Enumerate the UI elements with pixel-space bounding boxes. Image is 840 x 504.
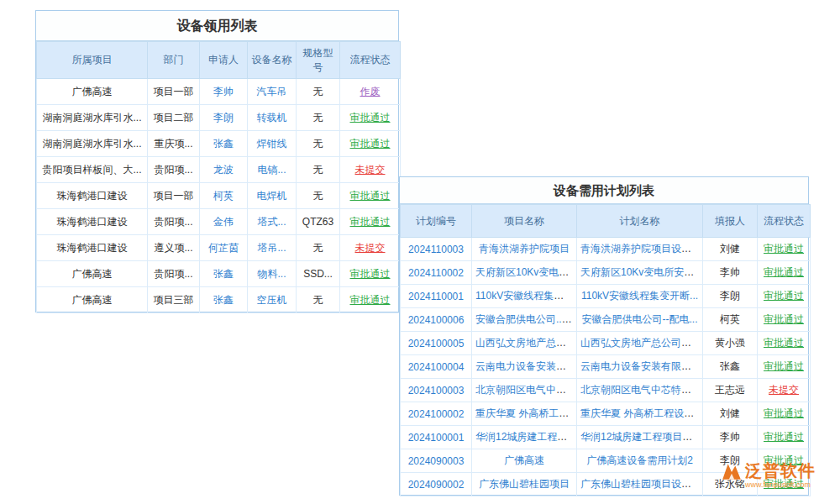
plan_name-cell[interactable]: 110kV安徽线程集变开断... — [577, 285, 703, 308]
plan_no-cell[interactable]: 2024090002 — [401, 473, 472, 496]
status-cell[interactable]: 审批通过 — [340, 183, 401, 209]
applicant-cell[interactable]: 张鑫 — [200, 287, 248, 313]
brand-url: www.fanpusoft.com — [745, 480, 816, 489]
fanpu-logo-icon — [721, 460, 743, 482]
plan_no-cell[interactable]: 2024100004 — [401, 355, 472, 379]
plan_no-cell[interactable]: 2024110003 — [401, 238, 472, 261]
equipment-cell[interactable]: 电焊机 — [248, 183, 297, 209]
applicant-cell[interactable]: 张鑫 — [200, 261, 248, 287]
status-cell[interactable]: 审批通过 — [758, 261, 811, 285]
table-row: 2024110002天府新区10Kv变电所...天府新区10Kv变电所安装...… — [401, 261, 811, 285]
equipment-cell[interactable]: 电镐... — [248, 157, 297, 183]
project_name-cell[interactable]: 广东佛山碧桂园项目 — [472, 473, 577, 496]
status-cell[interactable]: 审批通过 — [758, 332, 811, 355]
status-cell[interactable]: 审批通过 — [340, 287, 401, 313]
applicant-cell[interactable]: 张鑫 — [200, 131, 248, 157]
plan_name-cell[interactable]: 山西弘文房地产总公司电... — [577, 332, 703, 355]
project_name-cell[interactable]: 华润12城房建工程项目 — [472, 426, 577, 449]
project_name-cell[interactable]: 110kV安徽线程集变开... — [472, 285, 577, 308]
applicant-cell[interactable]: 李帅 — [200, 79, 248, 105]
project-cell: 广佛高速 — [37, 287, 148, 313]
filler-cell: 王志远 — [703, 379, 758, 402]
project_name-cell[interactable]: 青海洪湖养护院项目 — [472, 238, 577, 261]
applicant-cell[interactable]: 柯英 — [200, 183, 248, 209]
equipment-requisition-table: 所属项目部门申请人设备名称规格型号流程状态广佛高速项目一部李帅汽车吊无作废湖南洞… — [36, 41, 401, 313]
plan_name-cell[interactable]: 华润12城房建工程项目设... — [577, 426, 703, 449]
table-row: 2024100006安徽合肥供电公司...-配...安徽合肥供电公司--配电..… — [401, 308, 811, 332]
filler-cell: 黄小强 — [703, 332, 758, 355]
equipment-cell[interactable]: 塔吊... — [248, 235, 297, 261]
project_name-cell[interactable]: 云南电力设备安装有... — [472, 355, 577, 379]
dept-cell: 项目二部 — [148, 105, 200, 131]
filler-cell: 张鑫 — [703, 355, 758, 379]
plan_no-cell[interactable]: 2024100006 — [401, 308, 472, 332]
column-header-status: 流程状态 — [340, 42, 401, 79]
table-row: 湖南洞庭湖水库引水...重庆项...张鑫焊钳线无审批通过 — [37, 131, 401, 157]
filler-cell: 刘健 — [703, 238, 758, 261]
applicant-cell[interactable]: 金伟 — [200, 209, 248, 235]
dept-cell: 贵阳项... — [148, 261, 200, 287]
status-cell[interactable]: 审批通过 — [758, 308, 811, 332]
column-header-plan_name: 计划名称 — [577, 205, 703, 238]
status-cell[interactable]: 审批通过 — [340, 209, 401, 235]
plan_no-cell[interactable]: 2024100005 — [401, 332, 472, 355]
status-cell[interactable]: 审批通过 — [340, 131, 401, 157]
plan_name-cell[interactable]: 云南电力设备安装有限公... — [577, 355, 703, 379]
status-cell[interactable]: 作废 — [340, 79, 401, 105]
project_name-cell[interactable]: 北京朝阳区电气中芯... — [472, 379, 577, 402]
plan_name-cell[interactable]: 重庆华夏 外高桥工程设备... — [577, 402, 703, 426]
project_name-cell[interactable]: 天府新区10Kv变电所... — [472, 261, 577, 285]
equipment-cell[interactable]: 焊钳线 — [248, 131, 297, 157]
plan_name-cell[interactable]: 广佛高速设备需用计划2 — [577, 449, 703, 473]
plan_no-cell[interactable]: 2024100003 — [401, 379, 472, 402]
plan_name-cell[interactable]: 北京朝阳区电气中芯特气... — [577, 379, 703, 402]
plan_no-cell[interactable]: 2024110001 — [401, 285, 472, 308]
equipment-plan-table: 计划编号项目名称计划名称填报人流程状态2024110003青海洪湖养护院项目青海… — [400, 204, 811, 496]
applicant-cell[interactable]: 李朗 — [200, 105, 248, 131]
plan_name-cell[interactable]: 青海洪湖养护院项目设备... — [577, 238, 703, 261]
dept-cell: 项目一部 — [148, 183, 200, 209]
header-row: 所属项目部门申请人设备名称规格型号流程状态 — [37, 42, 401, 79]
table-row: 广佛高速项目三部张鑫空压机无审批通过 — [37, 287, 401, 313]
status-cell[interactable]: 审批通过 — [758, 285, 811, 308]
dept-cell: 遵义项... — [148, 235, 200, 261]
status-cell[interactable]: 审批通过 — [340, 105, 401, 131]
status-cell[interactable]: 未提交 — [340, 235, 401, 261]
status-cell[interactable]: 审批通过 — [758, 402, 811, 426]
project_name-cell[interactable]: 山西弘文房地产总公... — [472, 332, 577, 355]
plan_name-cell[interactable]: 安徽合肥供电公司--配电... — [577, 308, 703, 332]
equipment-cell[interactable]: 空压机 — [248, 287, 297, 313]
column-header-applicant: 申请人 — [200, 42, 248, 79]
plan_no-cell[interactable]: 2024100002 — [401, 402, 472, 426]
applicant-cell[interactable]: 何芷茵 — [200, 235, 248, 261]
equipment-cell[interactable]: 汽车吊 — [248, 79, 297, 105]
table-row: 2024110001110kV安徽线程集变开...110kV安徽线程集变开断..… — [401, 285, 811, 308]
project_name-cell[interactable]: 重庆华夏 外高桥工程... — [472, 402, 577, 426]
fanpu-watermark: 泛普软件 www.fanpusoft.com — [721, 460, 822, 489]
plan_name-cell[interactable]: 天府新区10Kv变电所安装... — [577, 261, 703, 285]
plan_no-cell[interactable]: 2024110002 — [401, 261, 472, 285]
table-row: 广佛高速项目一部李帅汽车吊无作废 — [37, 79, 401, 105]
status-cell[interactable]: 未提交 — [758, 379, 811, 402]
status-cell[interactable]: 审批通过 — [340, 261, 401, 287]
dept-cell: 重庆项... — [148, 131, 200, 157]
equipment-cell[interactable]: 物料... — [248, 261, 297, 287]
status-cell[interactable]: 审批通过 — [758, 355, 811, 379]
table-row: 贵阳项目样板间、大...贵阳项...龙波电镐...无未提交 — [37, 157, 401, 183]
table-row: 珠海鹤港口建设项目一部柯英电焊机无审批通过 — [37, 183, 401, 209]
status-cell[interactable]: 审批通过 — [758, 238, 811, 261]
equipment-cell[interactable]: 塔式... — [248, 209, 297, 235]
brand-name: 泛普软件 — [745, 460, 816, 480]
applicant-cell[interactable]: 龙波 — [200, 157, 248, 183]
table-row: 珠海鹤港口建设贵阳项...金伟塔式...QTZ63审批通过 — [37, 209, 401, 235]
project_name-cell[interactable]: 安徽合肥供电公司...-配... — [472, 308, 577, 332]
plan_name-cell[interactable]: 广东佛山碧桂园项目设备... — [577, 473, 703, 496]
status-cell[interactable]: 审批通过 — [758, 426, 811, 449]
plan_no-cell[interactable]: 2024090003 — [401, 449, 472, 473]
status-cell[interactable]: 未提交 — [340, 157, 401, 183]
plan_no-cell[interactable]: 2024100001 — [401, 426, 472, 449]
project_name-cell[interactable]: 广佛高速 — [472, 449, 577, 473]
requisition-table-title: 设备领用列表 — [36, 11, 398, 41]
equipment-cell[interactable]: 转载机 — [248, 105, 297, 131]
spec-cell: 无 — [297, 157, 340, 183]
